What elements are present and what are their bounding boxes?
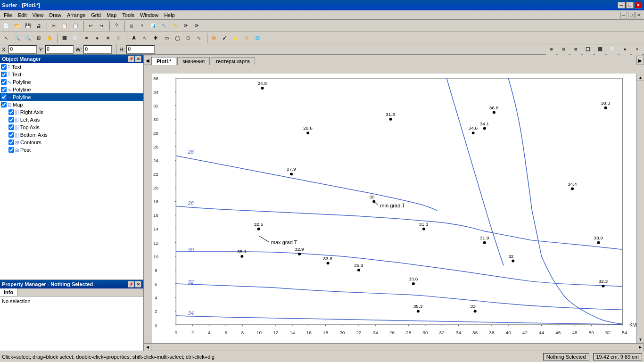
open-btn[interactable]: 📂 xyxy=(12,21,22,31)
app-restore-btn[interactable]: □ xyxy=(626,2,634,8)
tree-item-checkbox-11[interactable] xyxy=(8,147,14,153)
tree-item-checkbox-9[interactable] xyxy=(8,132,14,138)
tab-left-arrow[interactable]: ◀ xyxy=(144,56,151,65)
scrollbar-right-btn[interactable]: ▶ xyxy=(636,344,644,351)
tree-item-7[interactable]: |||Left Axis xyxy=(0,116,143,123)
tb1-btn2[interactable]: ≡ xyxy=(137,21,148,31)
plot-tab-0[interactable]: Plot1* xyxy=(151,57,176,65)
help-btn[interactable]: ? xyxy=(111,21,122,31)
tree-item-checkbox-0[interactable] xyxy=(1,64,7,70)
tree-item-10[interactable]: ⊞Contours xyxy=(0,139,143,146)
tb1-btn6[interactable]: ⟳ xyxy=(181,21,191,31)
tab-info[interactable]: Info xyxy=(0,288,17,296)
tree-item-11[interactable]: ⊞Post xyxy=(0,146,143,154)
color-btn[interactable]: 🎨 xyxy=(209,33,219,43)
tb2-btn3[interactable]: ⊕ xyxy=(81,33,91,43)
mdi-close-btn[interactable]: ✕ xyxy=(636,12,642,18)
w-input[interactable] xyxy=(83,45,112,54)
obj-snap-btn[interactable]: ⊠ xyxy=(570,44,581,55)
zoom-extent-btn[interactable]: ⊞ xyxy=(33,33,44,43)
polygon-tool-btn[interactable]: ⬡ xyxy=(183,33,193,43)
mdi-min-btn[interactable]: ─ xyxy=(620,12,627,18)
tb3-btn2[interactable]: ⬛ xyxy=(595,44,605,55)
tb3-btn5[interactable]: ✦ xyxy=(632,44,642,55)
tree-item-checkbox-4[interactable] xyxy=(1,94,7,100)
app-close-btn[interactable]: ✕ xyxy=(635,2,642,8)
text-tool-btn[interactable]: A xyxy=(129,33,139,43)
polyline-tool-btn[interactable]: ∿ xyxy=(140,33,150,43)
menu-item-grid[interactable]: Grid xyxy=(88,11,104,19)
tree-item-checkbox-3[interactable] xyxy=(1,87,7,92)
save-btn[interactable]: 💾 xyxy=(23,21,33,31)
tree-item-4[interactable]: ∿Polyline xyxy=(0,93,143,101)
tree-item-6[interactable]: |||Right Axis xyxy=(0,108,143,116)
tb2-btn2[interactable]: ⬜ xyxy=(70,33,81,43)
freehand-btn[interactable]: ∿ xyxy=(194,33,204,43)
tree-item-2[interactable]: ∿Polyline xyxy=(0,78,143,86)
tb2-btn1[interactable]: ⬛ xyxy=(59,33,70,43)
x-input[interactable] xyxy=(8,45,37,54)
plot-area[interactable]: 26 28 30 32 34 xyxy=(152,74,636,343)
tree-item-checkbox-7[interactable] xyxy=(8,117,14,123)
mdi-max-btn[interactable]: □ xyxy=(628,12,635,18)
menu-item-draw[interactable]: Draw xyxy=(46,11,64,19)
scrollbar-left-btn[interactable]: ◀ xyxy=(144,344,151,351)
fill-btn[interactable]: 🖌 xyxy=(220,33,230,43)
menu-item-view[interactable]: View xyxy=(30,11,47,19)
select-btn[interactable]: ↖ xyxy=(1,33,11,43)
scrollbar-down-btn[interactable]: ▼ xyxy=(637,336,644,343)
menu-item-edit[interactable]: Edit xyxy=(15,11,30,19)
tb2-btn8[interactable]: 🔆 xyxy=(241,33,252,43)
tree-item-checkbox-6[interactable] xyxy=(8,109,14,115)
zoom-in-btn[interactable]: 🔍 xyxy=(12,33,22,43)
tree-item-9[interactable]: |||Bottom Axis xyxy=(0,131,143,139)
print-btn[interactable]: 🖨 xyxy=(33,21,44,31)
copy-btn[interactable]: 📋 xyxy=(59,21,70,31)
new-btn[interactable]: 📄 xyxy=(1,21,11,31)
menu-item-tools[interactable]: Tools xyxy=(119,11,137,19)
tb1-btn3[interactable]: 📊 xyxy=(148,21,158,31)
plot-tab-2[interactable]: геотерм.карта xyxy=(211,57,255,65)
tb2-btn4[interactable]: ◈ xyxy=(92,33,102,43)
cut-btn[interactable]: ✂ xyxy=(49,21,59,31)
y-input[interactable] xyxy=(45,45,74,54)
tree-item-1[interactable]: TText xyxy=(0,71,143,78)
tree-item-0[interactable]: TText xyxy=(0,63,143,71)
zoom-out-btn[interactable]: 🔍 xyxy=(23,33,33,43)
panel-pin-btn[interactable]: 📌 xyxy=(128,56,134,62)
tb3-btn1[interactable]: 🔲 xyxy=(583,44,593,55)
snap-btn[interactable]: ⊞ xyxy=(546,44,556,55)
tree-item-checkbox-10[interactable] xyxy=(8,140,14,145)
panel-close-btn[interactable]: ✕ xyxy=(135,56,141,62)
app-minimize-btn[interactable]: ─ xyxy=(618,2,625,8)
plot-tab-1[interactable]: значения xyxy=(177,57,210,65)
menu-item-file[interactable]: File xyxy=(1,11,15,19)
menu-item-window[interactable]: Window xyxy=(137,11,161,19)
h-input[interactable] xyxy=(126,45,155,54)
redo-btn[interactable]: ↪ xyxy=(96,21,107,31)
scrollbar-up-btn[interactable]: ▲ xyxy=(637,74,644,81)
crosshair-btn[interactable]: ✚ xyxy=(150,33,161,43)
tab-right-arrow[interactable]: ▶ xyxy=(636,56,644,65)
menu-item-help[interactable]: Help xyxy=(161,11,178,19)
tb2-btn5[interactable]: ⊠ xyxy=(103,33,113,43)
tb1-btn5[interactable]: 📏 xyxy=(170,21,180,31)
rect-tool-btn[interactable]: ▭ xyxy=(161,33,172,43)
tree-item-3[interactable]: ∿Polyline xyxy=(0,86,143,93)
prop-pin-btn[interactable]: 📌 xyxy=(128,281,134,288)
tb1-btn4[interactable]: 🔧 xyxy=(159,21,169,31)
menu-item-arrange[interactable]: Arrange xyxy=(64,11,88,19)
paste-btn[interactable]: 📋 xyxy=(70,21,81,31)
vertical-scrollbar[interactable]: ▲ ▼ xyxy=(636,74,644,343)
tree-item-checkbox-5[interactable] xyxy=(1,102,7,107)
tb1-btn1[interactable]: ||| xyxy=(126,21,137,31)
ellipse-tool-btn[interactable]: ◯ xyxy=(172,33,182,43)
menu-item-map[interactable]: Map xyxy=(104,11,119,19)
grid-snap-btn[interactable]: ⊟ xyxy=(558,44,569,55)
prop-close-btn[interactable]: ✕ xyxy=(135,281,141,288)
tree-item-checkbox-8[interactable] xyxy=(8,124,14,130)
tb2-btn7[interactable]: ⭐ xyxy=(231,33,241,43)
pan-btn[interactable]: ✋ xyxy=(44,33,55,43)
tb2-btn6[interactable]: ⊟ xyxy=(114,33,124,43)
tb3-btn3[interactable]: ⬜ xyxy=(607,44,618,55)
